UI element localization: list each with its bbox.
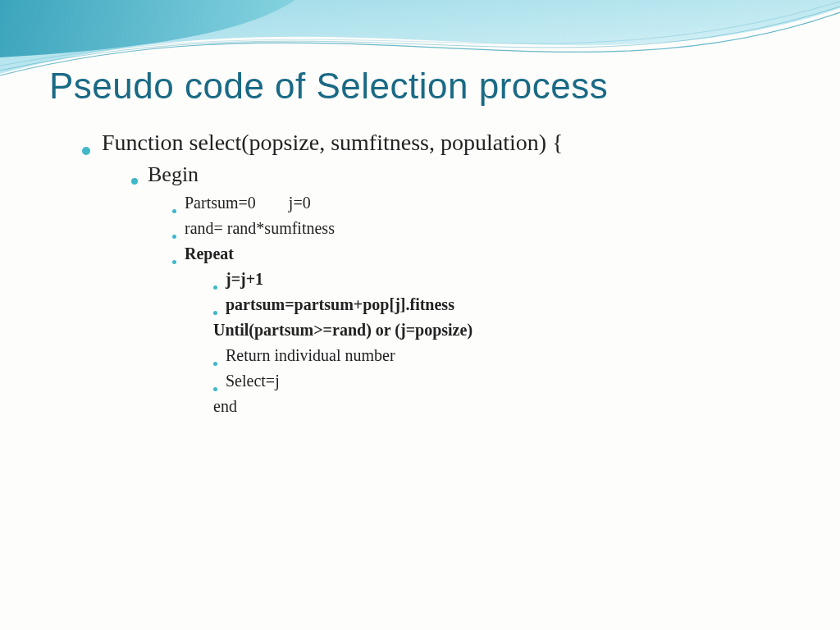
bullet-icon bbox=[172, 235, 176, 239]
slide-content: Pseudo code of Selection process Functio… bbox=[0, 0, 840, 455]
bullet-l2: Begin bbox=[131, 162, 791, 187]
bullet-l3: Partsum=0 j=0 bbox=[172, 194, 791, 212]
bullet-l6: j=j+1 bbox=[213, 270, 791, 289]
bullet-l1: Function select(popsize, sumfitness, pop… bbox=[82, 130, 791, 156]
line-l11: end bbox=[213, 397, 791, 416]
text-l5: Repeat bbox=[185, 244, 234, 263]
text-l11: end bbox=[213, 397, 237, 416]
bullet-icon bbox=[172, 209, 176, 213]
text-l4: rand= rand*sumfitness bbox=[185, 219, 335, 238]
text-l2: Begin bbox=[148, 162, 199, 187]
bullet-l5: Repeat bbox=[172, 244, 791, 263]
text-l9: Return individual number bbox=[226, 346, 395, 365]
bullet-l9: Return individual number bbox=[213, 346, 791, 365]
bullet-l4: rand= rand*sumfitness bbox=[172, 219, 791, 238]
text-l10: Select=j bbox=[226, 372, 280, 390]
text-l3: Partsum=0 j=0 bbox=[185, 194, 311, 212]
bullet-icon bbox=[131, 178, 138, 185]
text-l7: partsum=partsum+pop[j].fitness bbox=[226, 295, 454, 314]
bullet-icon bbox=[82, 147, 90, 155]
bullet-icon bbox=[213, 362, 217, 366]
line-l8: Until(partsum>=rand) or (j=popsize) bbox=[213, 321, 791, 340]
text-l8: Until(partsum>=rand) or (j=popsize) bbox=[213, 321, 472, 340]
text-l1: Function select(popsize, sumfitness, pop… bbox=[102, 130, 563, 156]
bullet-l10: Select=j bbox=[213, 372, 791, 390]
bullet-icon bbox=[172, 260, 176, 264]
bullet-l7: partsum=partsum+pop[j].fitness bbox=[213, 295, 791, 314]
slide-title: Pseudo code of Selection process bbox=[49, 66, 791, 107]
bullet-icon bbox=[213, 285, 217, 290]
bullet-icon bbox=[213, 311, 217, 315]
bullet-icon bbox=[213, 387, 217, 391]
text-l6: j=j+1 bbox=[226, 270, 263, 289]
